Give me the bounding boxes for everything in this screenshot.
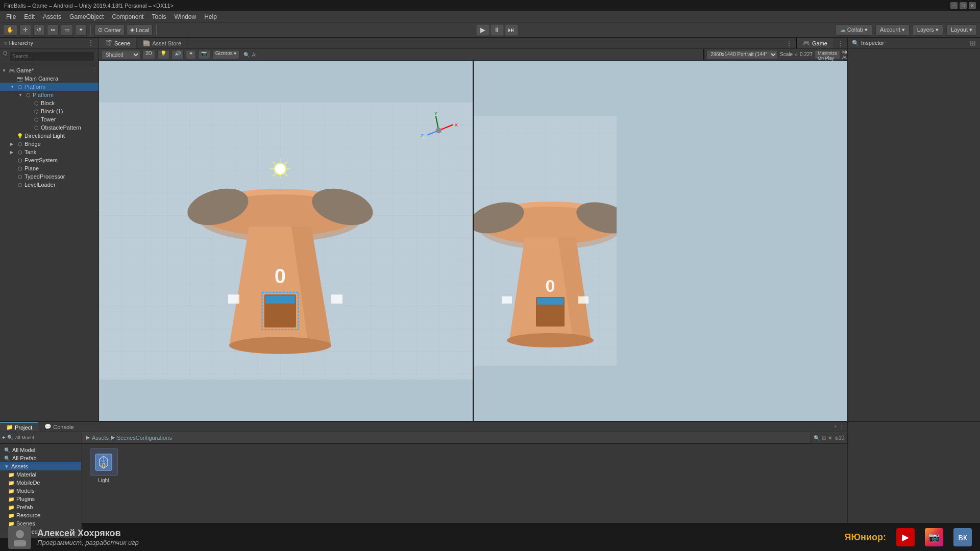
menu-tools[interactable]: Tools	[148, 12, 170, 21]
lighting-button[interactable]: 💡	[157, 50, 169, 59]
menu-file[interactable]: File	[2, 12, 20, 21]
hierarchy-search[interactable]	[10, 51, 95, 61]
menu-window[interactable]: Window	[170, 12, 200, 21]
scale-value: ○	[795, 52, 798, 57]
tool-hand[interactable]: ✋	[3, 24, 17, 36]
all-label: All	[252, 52, 257, 58]
tab-console[interactable]: 💬 Console	[38, 422, 80, 432]
tree-item-plane[interactable]: ▶ ⬡ Plane	[0, 164, 99, 172]
menu-help[interactable]: Help	[200, 12, 221, 21]
tool-rect[interactable]: ▭	[61, 24, 73, 36]
ptree-allmodel[interactable]: 🔍 All Model	[0, 446, 81, 454]
play-controls: ▶ ⏸ ⏭	[476, 24, 518, 36]
inspector-tab[interactable]: 🔍 Inspector ⊞	[848, 38, 980, 48]
tree-item-block[interactable]: ▶ ⬡ Block	[0, 99, 99, 107]
camera-icon: 📷	[16, 76, 23, 82]
vk-icon[interactable]: вк	[953, 528, 972, 546]
audio-button[interactable]: 🔊	[172, 50, 184, 59]
svg-text:Z: Z	[421, 133, 424, 138]
ptree-models[interactable]: 📁 Models	[0, 487, 81, 495]
project-search-icon[interactable]: 🔍	[7, 435, 13, 440]
breadcrumb-scenes-config[interactable]: ScenesConfigurations	[117, 435, 172, 441]
tree-item-dirlight[interactable]: ▶ 💡 Directional Light	[0, 132, 99, 140]
tab-scene[interactable]: 🎬 Scene	[99, 38, 137, 48]
tool-rotate[interactable]: ↺	[33, 24, 45, 36]
tree-item-block1[interactable]: ▶ ⬡ Block (1)	[0, 107, 99, 115]
tree-item-platform[interactable]: ▼ ⬡ Platform	[0, 83, 99, 91]
ptree-mobilede[interactable]: 📁 MobileDe	[0, 479, 81, 487]
asset-light[interactable]: {} Light	[86, 448, 121, 483]
all-models-filter[interactable]: All Model	[15, 435, 34, 440]
tab-game[interactable]: 🎮 Game	[796, 38, 834, 48]
tool-move[interactable]: ✛	[19, 24, 31, 36]
game-object-icon: 🎮	[8, 68, 15, 73]
tree-item-eventsystem[interactable]: ▶ ⬡ EventSystem	[0, 156, 99, 164]
account-button[interactable]: Account ▾	[875, 24, 910, 36]
hierarchy-options[interactable]: ⋮	[87, 39, 94, 47]
project-menu-btn[interactable]: ⋮	[839, 424, 844, 430]
scene-viewport[interactable]: 0	[99, 61, 474, 421]
minimize-button[interactable]: ─	[950, 2, 958, 9]
tool-multi[interactable]: ✦	[75, 24, 87, 36]
menu-gameobject[interactable]: GameObject	[65, 12, 108, 21]
tree-item-platform-child[interactable]: ▼ ⬡ Platform	[0, 91, 99, 99]
tree-item-typedproc[interactable]: ▶ ⬡ TypedProcessor	[0, 172, 99, 181]
tree-item-obstacle[interactable]: ▶ ⬡ ObstaclePattern	[0, 123, 99, 132]
layers-button[interactable]: Layers ▾	[913, 24, 943, 36]
step-button[interactable]: ⏭	[505, 24, 518, 36]
fx-button[interactable]: ✦	[186, 50, 196, 59]
svg-rect-11	[265, 296, 295, 304]
asset-light-icon: {}	[90, 448, 118, 476]
ptree-assets[interactable]: ▼ Assets	[0, 462, 81, 470]
youtube-icon[interactable]: ▶	[896, 528, 915, 546]
tree-item-game[interactable]: ▼ 🎮 Game* ⋮	[0, 66, 99, 74]
2d-button[interactable]: 2D	[142, 50, 155, 59]
center-toggle[interactable]: ⊙ Center	[94, 24, 125, 36]
instagram-icon[interactable]: 📷	[925, 528, 943, 546]
play-button[interactable]: ▶	[476, 24, 489, 36]
tree-item-tower[interactable]: ▶ ⬡ Tower	[0, 115, 99, 123]
project-add-btn[interactable]: +	[834, 424, 837, 430]
tree-item-maincamera[interactable]: ▶ 📷 Main Camera	[0, 74, 99, 83]
ptree-plugins[interactable]: 📁 Plugins	[0, 495, 81, 503]
tab-asset-store[interactable]: 🏬 Asset Store	[137, 38, 188, 48]
menu-assets[interactable]: Assets	[39, 12, 65, 21]
local-toggle[interactable]: ◈ Local	[127, 24, 153, 36]
pause-button[interactable]: ⏸	[491, 24, 504, 36]
tree-item-bridge[interactable]: ▶ ⬡ Bridge	[0, 140, 99, 148]
ptree-prefab[interactable]: 📁 Prefab	[0, 503, 81, 511]
maximize-button[interactable]: Maximize On Play	[815, 50, 840, 59]
inspector-options[interactable]: ⊞	[970, 39, 976, 47]
game-options[interactable]: ⋮	[834, 39, 847, 47]
search-field[interactable]: 🔍	[814, 435, 820, 441]
ptree-material[interactable]: 📁 Material	[0, 470, 81, 479]
breadcrumb-assets[interactable]: Assets	[92, 435, 109, 441]
scene-cam-button[interactable]: 📷	[198, 50, 210, 59]
maximize-button[interactable]: □	[960, 2, 967, 9]
close-button[interactable]: ✕	[969, 2, 976, 9]
tree-item-levelloader[interactable]: ▶ ⬡ LevelLoader	[0, 181, 99, 189]
menu-component[interactable]: Component	[108, 12, 148, 21]
hierarchy-tab[interactable]: ≡ Hierarchy ⋮	[0, 38, 99, 48]
project-view-icons[interactable]: ⊞	[822, 435, 826, 441]
game-viewport[interactable]: 0	[474, 61, 847, 421]
svg-rect-13	[228, 294, 239, 304]
shading-select[interactable]: Shaded Wireframe	[101, 50, 140, 59]
layout-button[interactable]: Layout ▾	[946, 24, 977, 36]
inspector-title: Inspector	[861, 40, 884, 46]
project-add-icon[interactable]: +	[2, 435, 5, 440]
gizmos-button[interactable]: Gizmos ▾	[212, 50, 240, 59]
project-star-btn[interactable]: ★	[828, 435, 832, 441]
game-options-icon[interactable]: ⋮	[92, 68, 96, 73]
tool-scale[interactable]: ⇔	[47, 24, 59, 36]
collab-button[interactable]: ☁ Collab ▾	[836, 24, 872, 36]
ptree-allprefab[interactable]: 🔍 All Prefab	[0, 454, 81, 462]
menu-edit[interactable]: Edit	[20, 12, 39, 21]
tab-project[interactable]: 📁 Project	[0, 422, 38, 432]
ptree-resource[interactable]: 📁 Resource	[0, 511, 81, 519]
viewport-options[interactable]: ⋮	[782, 39, 796, 47]
resolution-select[interactable]: 2960x1440 Portrait (144°	[706, 50, 778, 59]
tree-item-tank[interactable]: ▶ ⬡ Tank	[0, 148, 99, 156]
console-tab-label: Console	[53, 424, 74, 430]
title-bar: FireBalls – Game – Android – Unity 2019.…	[0, 0, 980, 11]
